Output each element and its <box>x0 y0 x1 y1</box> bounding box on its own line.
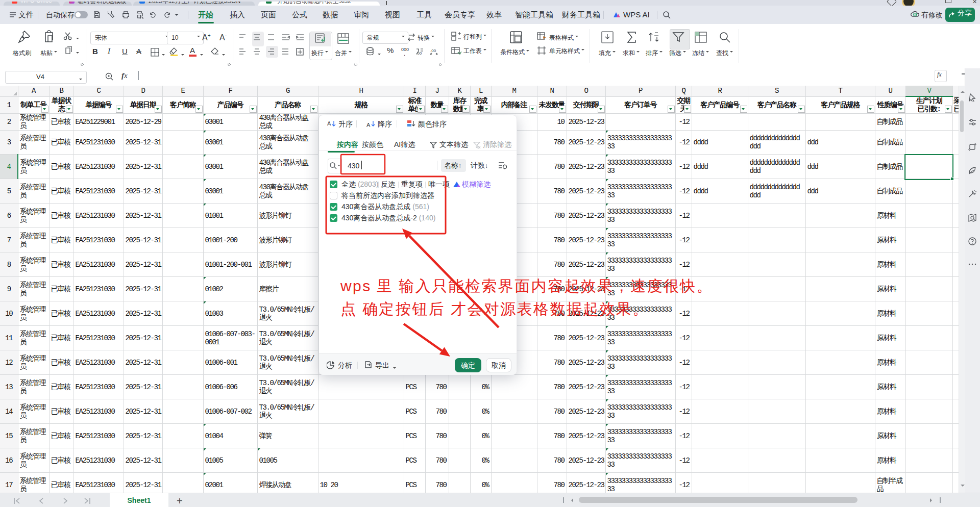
svg-text:A: A <box>327 120 331 126</box>
svg-text:.00: .00 <box>416 51 422 55</box>
svg-text:,: , <box>404 50 405 56</box>
svg-text:.00: .00 <box>430 48 436 53</box>
svg-text:A: A <box>366 122 371 128</box>
